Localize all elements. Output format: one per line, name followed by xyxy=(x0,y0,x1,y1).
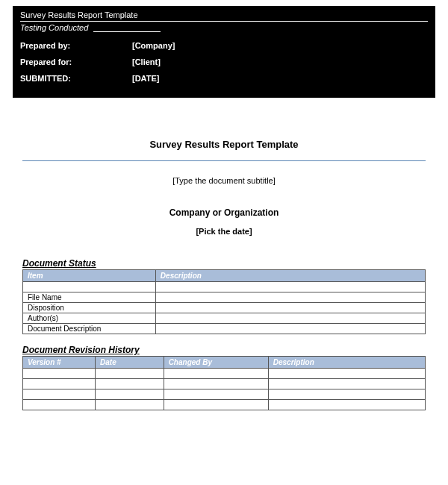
table-row xyxy=(23,379,426,389)
table-row xyxy=(23,282,426,292)
status-section-title: Document Status xyxy=(22,258,426,269)
table-row: Disposition xyxy=(23,303,426,313)
table-row: Document Description xyxy=(23,324,426,334)
history-cell[interactable] xyxy=(268,400,425,410)
table-row xyxy=(23,389,426,400)
status-cell-item[interactable]: File Name xyxy=(23,292,156,303)
status-cell-desc[interactable] xyxy=(155,292,425,303)
history-cell[interactable] xyxy=(23,379,96,389)
submitted-row: SUBMITTED: [DATE] xyxy=(20,74,428,83)
history-cell[interactable] xyxy=(268,379,425,389)
status-cell-item[interactable]: Author(s) xyxy=(23,313,156,324)
submitted-label: SUBMITTED: xyxy=(20,74,132,83)
table-row: Author(s) xyxy=(23,313,426,324)
header-title: Survey Results Report Template xyxy=(20,10,428,22)
header-subtitle-row: Testing Conducted xyxy=(20,23,428,32)
history-section-title: Document Revision History xyxy=(22,345,426,355)
history-cell[interactable] xyxy=(268,389,425,400)
status-cell-desc[interactable] xyxy=(155,282,425,292)
header-block: Survey Results Report Template Testing C… xyxy=(13,6,435,98)
status-cell-desc[interactable] xyxy=(155,303,425,313)
prepared-by-value: [Company] xyxy=(132,41,428,50)
prepared-for-row: Prepared for: [Client] xyxy=(20,57,428,66)
status-cell-item[interactable]: Document Description xyxy=(23,324,156,334)
history-cell[interactable] xyxy=(96,400,164,410)
subtitle-placeholder[interactable]: [Type the document subtitle] xyxy=(4,176,444,185)
date-placeholder[interactable]: [Pick the date] xyxy=(4,227,444,236)
submitted-value: [DATE] xyxy=(132,74,428,83)
status-cell-desc[interactable] xyxy=(155,313,425,324)
history-cell[interactable] xyxy=(96,369,164,379)
history-header-date: Date xyxy=(96,357,164,369)
main-title: Survey Results Report Template xyxy=(4,139,444,150)
history-cell[interactable] xyxy=(23,389,96,400)
status-cell-desc[interactable] xyxy=(155,324,425,334)
company-line: Company or Organization xyxy=(4,207,444,218)
divider-line xyxy=(22,160,426,161)
status-header-description: Description xyxy=(155,270,425,282)
history-header-description: Description xyxy=(268,357,425,369)
history-cell[interactable] xyxy=(164,369,268,379)
status-cell-item[interactable]: Disposition xyxy=(23,303,156,313)
header-subtitle-label: Testing Conducted xyxy=(20,23,88,32)
document-page: Survey Results Report Template Testing C… xyxy=(4,6,444,410)
history-table: Version # Date Changed By Description xyxy=(22,356,426,410)
table-row xyxy=(23,369,426,379)
history-cell[interactable] xyxy=(164,379,268,389)
status-table: Item Description File Name Disposition A… xyxy=(22,269,426,334)
history-cell[interactable] xyxy=(96,389,164,400)
history-header-row: Version # Date Changed By Description xyxy=(23,357,426,369)
prepared-by-label: Prepared by: xyxy=(20,41,132,50)
status-cell-item[interactable] xyxy=(23,282,156,292)
prepared-by-row: Prepared by: [Company] xyxy=(20,41,428,50)
history-header-version: Version # xyxy=(23,357,96,369)
history-cell[interactable] xyxy=(164,400,268,410)
history-header-changedby: Changed By xyxy=(164,357,268,369)
history-cell[interactable] xyxy=(268,369,425,379)
header-subtitle-blank xyxy=(93,31,161,32)
prepared-for-value: [Client] xyxy=(132,57,428,66)
status-header-item: Item xyxy=(23,270,156,282)
history-cell[interactable] xyxy=(23,400,96,410)
history-cell[interactable] xyxy=(23,369,96,379)
status-header-row: Item Description xyxy=(23,270,426,282)
history-cell[interactable] xyxy=(164,389,268,400)
table-row: File Name xyxy=(23,292,426,303)
table-row xyxy=(23,400,426,410)
history-cell[interactable] xyxy=(96,379,164,389)
prepared-for-label: Prepared for: xyxy=(20,57,132,66)
